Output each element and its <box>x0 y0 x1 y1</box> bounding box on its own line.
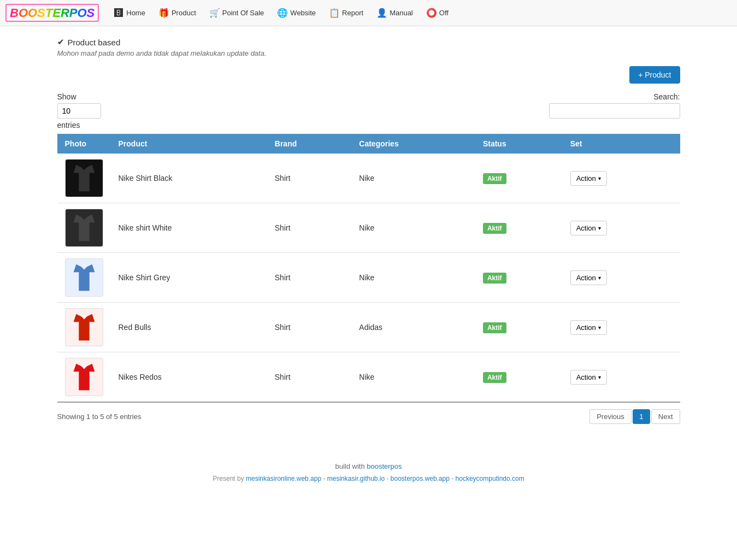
product-brand-2: Shirt <box>267 203 352 253</box>
search-input[interactable] <box>549 103 680 119</box>
product-status-2: Aktif <box>475 203 563 253</box>
product-name-3: Nike Shirt Grey <box>111 253 267 303</box>
nav-icon-home: 🅱 <box>113 8 124 19</box>
status-badge: Aktif <box>483 223 506 234</box>
footer: build with boosterpos Present by mesinka… <box>0 451 737 493</box>
product-name-4: Red Bulls <box>111 303 267 352</box>
caret-icon: ▾ <box>598 325 601 331</box>
pagination-info: Showing 1 to 5 of 5 entries <box>57 412 141 421</box>
navbar: BOOSTERPOS 🅱Home🎁Product🛒Point Of Sale🌐W… <box>0 0 737 26</box>
footer-build-text: build with <box>335 462 364 470</box>
nav-icon-website: 🌐 <box>277 8 288 19</box>
nav-label-home: Home <box>126 9 145 17</box>
col-header-status: Status <box>475 134 563 154</box>
nav-item-website[interactable]: 🌐Website <box>272 4 321 22</box>
col-header-set: Set <box>563 134 680 154</box>
caret-icon: ▾ <box>598 275 601 281</box>
nav-label-off: Off <box>439 9 449 17</box>
table-body: Nike Shirt BlackShirtNikeAktifAction ▾ N… <box>57 154 680 402</box>
action-button-1[interactable]: Action ▾ <box>570 171 607 186</box>
product-photo-3 <box>57 253 111 303</box>
product-photo-1 <box>57 154 111 203</box>
footer-link-2[interactable]: boosterpos.web.app <box>391 475 450 482</box>
product-photo-2 <box>57 203 111 253</box>
product-action-4: Action ▾ <box>563 303 680 352</box>
nav-label-product: Product <box>172 9 196 17</box>
footer-present: Present by mesinkasironline.web.app - me… <box>11 475 726 482</box>
col-header-brand: Brand <box>267 134 352 154</box>
nav-label-pos: Point Of Sale <box>222 9 264 17</box>
nav-item-pos[interactable]: 🛒Point Of Sale <box>204 4 270 22</box>
action-button-3[interactable]: Action ▾ <box>570 270 607 285</box>
product-action-2: Action ▾ <box>563 203 680 253</box>
nav-label-manual: Manual <box>390 9 413 17</box>
nav-item-product[interactable]: 🎁Product <box>153 4 202 22</box>
product-category-2: Nike <box>351 203 475 253</box>
footer-link-0[interactable]: mesinkasironline.web.app <box>246 475 321 482</box>
col-header-photo: Photo <box>57 134 111 154</box>
table-header: PhotoProductBrandCategoriesStatusSet <box>57 134 680 154</box>
col-header-product: Product <box>111 134 267 154</box>
next-button[interactable]: Next <box>651 409 680 424</box>
table-row: Red BullsShirtAdidasAktifAction ▾ <box>57 303 680 352</box>
nav-item-home[interactable]: 🅱Home <box>108 4 151 22</box>
nav-items: 🅱Home🎁Product🛒Point Of Sale🌐Website📋Repo… <box>108 4 454 22</box>
table-row: Nike shirt WhiteShirtNikeAktifAction ▾ <box>57 203 680 253</box>
product-name-1: Nike Shirt Black <box>111 154 267 203</box>
show-entries-input[interactable] <box>57 103 101 119</box>
action-button-4[interactable]: Action ▾ <box>570 320 607 335</box>
status-badge: Aktif <box>483 322 506 333</box>
footer-link-1[interactable]: mesinkasir.github.io <box>327 475 385 482</box>
product-status-5: Aktif <box>475 352 563 403</box>
product-category-3: Nike <box>351 253 475 303</box>
table-controls: Show entries Search: <box>57 92 680 129</box>
nav-label-website: Website <box>290 9 316 17</box>
product-status-3: Aktif <box>475 253 563 303</box>
nav-item-manual[interactable]: 👤Manual <box>371 4 418 22</box>
page-title-icon: ✔ <box>57 37 64 47</box>
page-number-1[interactable]: 1 <box>633 409 650 424</box>
product-photo-4 <box>57 303 111 352</box>
footer-build-link[interactable]: boosterpos <box>367 462 402 470</box>
nav-item-off[interactable]: ⭕Off <box>421 4 454 22</box>
page-header: ✔ Product based Mohon maaf pada demo and… <box>57 37 680 57</box>
product-photo-5 <box>57 352 111 403</box>
footer-separator: - <box>385 475 391 482</box>
nav-icon-report: 📋 <box>329 8 340 19</box>
product-action-5: Action ▾ <box>563 352 680 403</box>
nav-icon-pos: 🛒 <box>209 8 220 19</box>
product-status-4: Aktif <box>475 303 563 352</box>
product-name-5: Nikes Redos <box>111 352 267 403</box>
previous-button[interactable]: Previous <box>589 409 632 424</box>
table-header-row: PhotoProductBrandCategoriesStatusSet <box>57 134 680 154</box>
pagination-controls: Previous 1 Next <box>589 409 680 424</box>
nav-label-report: Report <box>342 9 363 17</box>
brand-name: BOOSTERPOS <box>5 4 99 22</box>
product-action-3: Action ▾ <box>563 253 680 303</box>
action-button-2[interactable]: Action ▾ <box>570 221 607 235</box>
status-badge: Aktif <box>483 173 506 184</box>
product-status-1: Aktif <box>475 154 563 203</box>
table-row: Nike Shirt GreyShirtNikeAktifAction ▾ <box>57 253 680 303</box>
page-title: Product based <box>68 38 121 47</box>
add-product-button[interactable]: + Product <box>629 66 680 84</box>
toolbar: + Product <box>57 66 680 84</box>
product-brand-4: Shirt <box>267 303 352 352</box>
status-badge: Aktif <box>483 273 506 284</box>
table-row: Nike Shirt BlackShirtNikeAktifAction ▾ <box>57 154 680 203</box>
entries-label: entries <box>57 121 101 129</box>
product-category-4: Adidas <box>351 303 475 352</box>
nav-item-report[interactable]: 📋Report <box>323 4 369 22</box>
footer-build: build with boosterpos <box>11 462 726 470</box>
brand-logo[interactable]: BOOSTERPOS <box>5 6 99 20</box>
action-button-5[interactable]: Action ▾ <box>570 370 607 385</box>
nav-icon-product: 🎁 <box>158 8 169 19</box>
search-section: Search: <box>549 92 680 119</box>
show-label: Show <box>57 92 101 101</box>
product-brand-1: Shirt <box>267 154 352 203</box>
footer-link-3[interactable]: hockeycomputindo.com <box>456 475 524 482</box>
page-title-row: ✔ Product based <box>57 37 680 47</box>
product-name-2: Nike shirt White <box>111 203 267 253</box>
product-category-1: Nike <box>351 154 475 203</box>
footer-separator: - <box>450 475 456 482</box>
